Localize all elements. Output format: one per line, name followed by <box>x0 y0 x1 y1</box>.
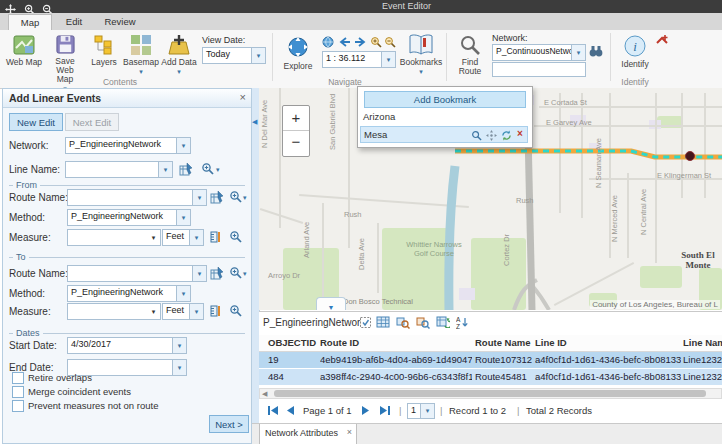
tab-review[interactable]: Review <box>98 14 142 29</box>
caret-icon[interactable]: ▾ <box>176 210 190 225</box>
column-header[interactable]: Line Name <box>683 337 722 348</box>
to-measure-on-map-icon[interactable] <box>210 304 223 317</box>
add-bookmark-button[interactable]: Add Bookmark <box>364 91 526 108</box>
bookmark-pan-icon[interactable] <box>486 130 497 141</box>
from-measure-combo[interactable]: ▾ <box>67 229 161 246</box>
bookmarks-button[interactable]: Bookmarks ▾ <box>400 34 442 76</box>
scrollbar-thumb[interactable] <box>274 390 706 397</box>
from-unit-select[interactable]: Feet ▾ <box>162 229 204 246</box>
ribbon-zoom-out-icon[interactable] <box>384 36 396 48</box>
table-row[interactable]: 484 a398ff4c-2940-4c00-96b6-c6343f8f1711… <box>259 369 722 385</box>
column-header[interactable]: Line ID <box>535 337 567 348</box>
from-route-zoom-caret-icon[interactable]: ▾ <box>243 194 247 202</box>
bookmark-delete-icon[interactable]: × <box>517 128 523 139</box>
bookmark-refresh-icon[interactable] <box>501 130 512 141</box>
from-route-zoom-icon[interactable] <box>229 190 242 203</box>
next-edit-button[interactable]: Next Edit <box>65 113 119 131</box>
identify-route-icon[interactable] <box>656 34 669 47</box>
from-choose-route-on-map-icon[interactable] <box>210 190 224 204</box>
next-extent-icon[interactable] <box>354 36 367 48</box>
caret-icon[interactable]: ▾ <box>158 162 172 177</box>
pan-to-selection-icon[interactable] <box>416 316 430 329</box>
column-header[interactable]: Route Name <box>475 337 530 348</box>
map-scale-select[interactable]: 1 : 36.112 ▾ <box>322 51 396 68</box>
page-select[interactable]: 1 ▾ <box>407 403 435 419</box>
prevent-measures-checkbox[interactable] <box>12 400 24 412</box>
bookmark-item-arizona[interactable]: Arizona <box>360 110 531 124</box>
to-route-name-select[interactable]: ▾ <box>67 265 207 282</box>
column-header[interactable]: Route ID <box>320 337 359 348</box>
caret-icon[interactable]: ▾ <box>147 230 160 245</box>
start-date-picker[interactable]: 4/30/2017 ▾ <box>67 337 187 354</box>
caret-icon[interactable]: ▾ <box>189 304 203 319</box>
bookmarks-caret-icon[interactable]: ▾ <box>419 67 423 76</box>
to-route-zoom-caret-icon[interactable]: ▾ <box>243 270 247 278</box>
zoom-to-selection-icon[interactable] <box>396 316 410 329</box>
line-zoom-caret-icon[interactable]: ▾ <box>216 166 220 174</box>
caret-icon[interactable]: ▾ <box>420 404 434 418</box>
panel-close-icon[interactable]: × <box>240 91 246 103</box>
from-method-select[interactable]: P_EngineeringNetwork ▾ <box>67 209 191 226</box>
to-route-zoom-icon[interactable] <box>229 266 242 279</box>
add-data-button[interactable]: Add Data ▾ <box>160 34 198 76</box>
line-name-select[interactable]: ▾ <box>65 161 173 178</box>
first-page-icon[interactable] <box>267 405 279 416</box>
caret-icon[interactable]: ▾ <box>189 230 203 245</box>
scale-caret-icon[interactable]: ▾ <box>381 52 395 67</box>
tab-map[interactable]: Map <box>8 14 52 30</box>
table-row[interactable]: 19 4eb9419b-af6b-4d04-ab69-1d490476802b … <box>259 352 722 368</box>
panel-network-select[interactable]: P_EngineeringNetwork ▾ <box>65 137 191 154</box>
merge-coincident-checkbox[interactable] <box>12 386 24 398</box>
caret-icon[interactable]: ▾ <box>172 360 186 375</box>
full-extent-icon[interactable] <box>322 36 334 48</box>
select-records-icon[interactable] <box>359 316 372 329</box>
layers-button[interactable]: Layers <box>87 34 121 67</box>
caret-icon[interactable]: ▾ <box>176 286 190 301</box>
bookmark-zoom-icon[interactable] <box>471 130 482 141</box>
from-measure-zoom-icon[interactable] <box>229 230 242 243</box>
to-method-select[interactable]: P_EngineeringNetwork ▾ <box>67 285 191 302</box>
previous-extent-icon[interactable] <box>338 36 351 48</box>
to-measure-combo[interactable]: ▾ <box>67 303 161 320</box>
identify-button[interactable]: i Identify <box>616 34 654 69</box>
map-zoom-in-button[interactable]: + <box>283 106 309 131</box>
new-edit-button[interactable]: New Edit <box>9 113 63 131</box>
collapse-left-icon[interactable]: ◀ <box>252 118 257 126</box>
caret-icon[interactable]: ▾ <box>176 138 190 153</box>
network-caret-icon[interactable]: ▾ <box>571 45 585 60</box>
scroll-left-icon[interactable]: ◀ <box>262 390 267 398</box>
refresh-table-icon[interactable] <box>436 316 450 328</box>
view-date-select[interactable]: Today ▾ <box>202 47 266 64</box>
retire-overlaps-checkbox[interactable] <box>12 372 24 384</box>
network-select[interactable]: P_ContinuousNetwork ▾ <box>492 44 586 61</box>
choose-line-on-map-icon[interactable] <box>179 162 193 176</box>
ribbon-zoom-in-icon[interactable] <box>370 36 382 48</box>
tab-close-icon[interactable]: × <box>347 427 352 437</box>
horizontal-scrollbar[interactable]: ◀ <box>259 388 722 399</box>
next-page-icon[interactable] <box>361 405 371 416</box>
to-unit-select[interactable]: Feet ▾ <box>162 303 204 320</box>
basemap-dropdown-caret-icon[interactable]: ▾ <box>139 67 143 76</box>
prev-page-icon[interactable] <box>285 405 295 416</box>
column-header[interactable]: OBJECTID <box>268 337 316 348</box>
add-data-dropdown-caret-icon[interactable]: ▾ <box>177 67 181 76</box>
caret-icon[interactable]: ▾ <box>172 338 186 353</box>
from-measure-on-map-icon[interactable] <box>210 230 223 243</box>
web-map-button[interactable]: Web Map <box>4 34 44 67</box>
bookmark-item-mesa[interactable]: Mesa × <box>360 126 528 143</box>
next-button[interactable]: Next > <box>209 415 249 433</box>
caret-icon[interactable]: ▾ <box>147 304 160 319</box>
from-route-name-select[interactable]: ▾ <box>67 189 207 206</box>
to-measure-zoom-icon[interactable] <box>229 304 242 317</box>
sort-icon[interactable]: AZ <box>456 316 469 329</box>
find-route-input[interactable] <box>492 62 586 77</box>
view-date-caret-icon[interactable]: ▾ <box>251 48 265 63</box>
last-page-icon[interactable] <box>379 405 391 416</box>
basemap-button[interactable]: Basemap ▾ <box>122 34 160 76</box>
table-collapse-tab[interactable]: ▼ <box>316 297 346 310</box>
find-route-button[interactable]: Find Route <box>452 34 488 76</box>
caret-icon[interactable]: ▾ <box>192 266 206 281</box>
line-zoom-icon[interactable] <box>201 162 214 175</box>
map-zoom-out-button[interactable]: − <box>283 131 309 155</box>
binoculars-icon[interactable] <box>589 45 603 57</box>
